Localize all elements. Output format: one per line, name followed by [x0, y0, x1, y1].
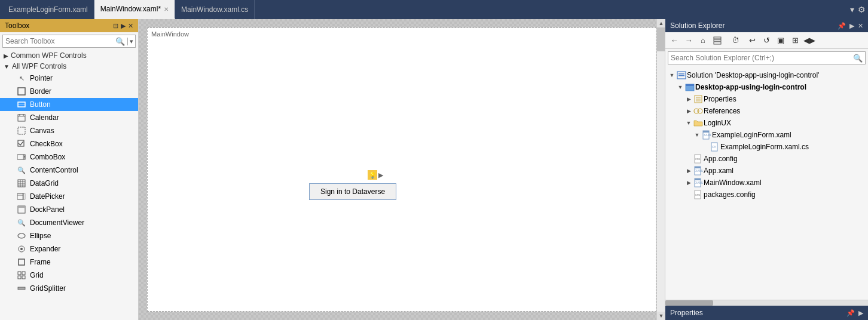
toolbox-item-button[interactable]: Button [0, 98, 138, 111]
project-icon [684, 82, 695, 92]
toolbox-search-input[interactable] [3, 37, 113, 45]
design-signin-button[interactable]: Sign in to Dataverse [309, 183, 396, 200]
toolbox-category-common-wpf[interactable]: ▶ Common WPF Controls [0, 50, 138, 61]
tree-item-exampleloginform-xaml[interactable]: ▼ XAML ExampleLoginForm.xaml [665, 129, 868, 141]
svg-point-22 [18, 233, 25, 238]
se-pin-icon[interactable]: 📌 [838, 22, 846, 30]
toolbox-item-gridsplitter[interactable]: GridSplitter [0, 282, 138, 295]
se-btn6[interactable]: ◀▶ [803, 34, 816, 47]
tree-item-mainwindow-xaml[interactable]: ▶ XAML MainWindow.xaml [665, 177, 868, 189]
tab-label: MainWindow.xaml.cs [181, 5, 248, 14]
tab-dropdown-icon[interactable]: ▾ [850, 5, 854, 14]
svg-rect-29 [22, 276, 25, 279]
exampleloginform-xaml-label: ExampleLoginForm.xaml [712, 131, 791, 139]
scroll-thumb[interactable] [657, 27, 665, 51]
tree-item-references[interactable]: ▶ References [665, 105, 868, 117]
toolbox-item-canvas[interactable]: Canvas [0, 124, 138, 137]
mainwindow-expand-arrow[interactable]: ▶ [684, 180, 693, 186]
tree-item-loginux[interactable]: ▼ LoginUX [665, 117, 868, 129]
se-time-btn[interactable]: ⏱ [729, 34, 742, 47]
datepicker-icon [17, 192, 26, 201]
se-arrow-icon[interactable]: ▶ [849, 22, 854, 30]
loginux-label: LoginUX [704, 119, 731, 127]
se-home-btn[interactable]: ⌂ [696, 34, 710, 47]
frame-icon [17, 257, 26, 267]
toolbox-item-calendar[interactable]: Calendar [0, 111, 138, 124]
toolbox-item-combobox[interactable]: ComboBox [0, 150, 138, 164]
tree-item-project[interactable]: ▼ Desktop-app-using-login-control [665, 81, 868, 93]
properties-panel-actions: 📌 ▶ [846, 309, 863, 317]
se-refresh-btn[interactable]: ↺ [760, 34, 773, 47]
toolbox-item-grid[interactable]: Grid [0, 269, 138, 282]
se-forward-btn[interactable]: → [682, 34, 695, 47]
tree-item-packages-config[interactable]: ▶ CFG packages.config [665, 189, 868, 201]
se-properties-btn[interactable] [711, 34, 724, 47]
project-expand-arrow[interactable]: ▼ [676, 84, 684, 90]
se-search-icon: 🔍 [851, 54, 865, 63]
props-pin-icon[interactable]: 📌 [846, 309, 855, 317]
toolbox-item-frame[interactable]: Frame [0, 256, 138, 269]
tree-item-solution[interactable]: ▼ Solution 'Desktop-app-using-login-cont… [665, 69, 868, 81]
toolbox-search-dropdown-icon[interactable]: ▾ [127, 38, 135, 45]
properties-label: Properties [704, 95, 736, 103]
tab-main-window-xaml[interactable]: MainWindow.xaml* ✕ [94, 0, 175, 19]
tree-item-properties[interactable]: ▶ Properties [665, 93, 868, 105]
toolbox-pin-icon[interactable]: ⊟ [113, 22, 118, 30]
properties-panel-header: Properties 📌 ▶ [665, 306, 868, 320]
se-btn5[interactable]: ⊞ [788, 34, 802, 47]
props-arrow-icon[interactable]: ▶ [858, 309, 863, 317]
se-scrollbar-thumb[interactable] [665, 300, 713, 306]
toolbox-item-dockpanel[interactable]: DockPanel [0, 203, 138, 216]
toolbox-item-border[interactable]: Border [0, 85, 138, 98]
solution-label: Solution 'Desktop-app-using-login-contro… [687, 71, 819, 79]
close-icon[interactable]: ✕ [164, 6, 169, 13]
se-btn4[interactable]: ▣ [774, 34, 787, 47]
toolbox-item-documentviewer[interactable]: 🔍 DocumentViewer [0, 216, 138, 229]
tab-example-login[interactable]: ExampleLoginForm.xaml [2, 0, 94, 19]
design-hint-icon: 💡 ▶ [368, 170, 383, 180]
references-icon [693, 106, 704, 116]
category-expand-arrow: ▼ [4, 63, 10, 70]
svg-text:XAML: XAML [695, 181, 703, 184]
mainwindow-xaml-label: MainWindow.xaml [704, 179, 762, 187]
se-undo-btn[interactable]: ↩ [745, 34, 759, 47]
toolbox-header: Toolbox ⊟ ▶ ✕ [0, 19, 138, 32]
se-search-input[interactable] [668, 54, 851, 62]
toolbox-item-checkbox[interactable]: CheckBox [0, 137, 138, 150]
se-horizontal-scrollbar[interactable] [665, 300, 868, 306]
toolbox-item-contentcontrol[interactable]: 🔍 ContentControl [0, 164, 138, 177]
toolbox-item-ellipse[interactable]: Ellipse [0, 229, 138, 242]
cs-file-icon: C# [710, 142, 720, 152]
toolbox-category-all-wpf[interactable]: ▼ All WPF Controls [0, 61, 138, 72]
se-close-icon[interactable]: ✕ [858, 22, 863, 30]
exampleloginform-expand-arrow[interactable]: ▼ [693, 132, 701, 138]
toolbox-item-pointer[interactable]: ↖ Pointer [0, 72, 138, 85]
properties-expand-arrow[interactable]: ▶ [684, 96, 693, 102]
toolbox-arrow-icon[interactable]: ▶ [121, 22, 126, 30]
toolbox-item-datepicker[interactable]: DatePicker [0, 190, 138, 203]
tab-main-window-cs[interactable]: MainWindow.xaml.cs [175, 0, 255, 19]
tab-bar: ExampleLoginForm.xaml MainWindow.xaml* ✕… [0, 0, 868, 19]
toolbox-item-expander[interactable]: Expander [0, 242, 138, 256]
references-expand-arrow[interactable]: ▶ [684, 108, 693, 114]
tab-settings-icon[interactable]: ⚙ [858, 5, 866, 14]
app-xaml-expand-arrow[interactable]: ▶ [684, 168, 693, 174]
toolbox-content: ▶ Common WPF Controls ▼ All WPF Controls… [0, 50, 138, 295]
tree-item-exampleloginform-cs[interactable]: ▶ C# ExampleLoginForm.xaml.cs [665, 141, 868, 153]
loginux-expand-arrow[interactable]: ▼ [684, 120, 693, 126]
expander-icon [17, 244, 26, 254]
scroll-down-arrow[interactable]: ▼ [657, 312, 665, 320]
solution-expand-arrow[interactable]: ▼ [668, 72, 676, 78]
svg-text:XAML: XAML [704, 133, 711, 137]
se-back-btn[interactable]: ← [668, 34, 681, 47]
solution-explorer-header-actions: 📌 ▶ ✕ [838, 22, 863, 30]
svg-rect-36 [678, 75, 684, 76]
designer-inner: 💡 ▶ Sign in to Dataverse [148, 28, 656, 311]
tree-item-app-config[interactable]: ▶ CFG App.config [665, 153, 868, 165]
solution-explorer-title: Solution Explorer [670, 21, 725, 30]
toolbox-item-datagrid[interactable]: DataGrid [0, 177, 138, 190]
toolbox-close-icon[interactable]: ✕ [128, 22, 133, 30]
toolbox-search-box: 🔍 ▾ [2, 35, 136, 48]
scroll-up-arrow[interactable]: ▲ [657, 19, 665, 27]
tree-item-app-xaml[interactable]: ▶ XAML App.xaml [665, 165, 868, 177]
